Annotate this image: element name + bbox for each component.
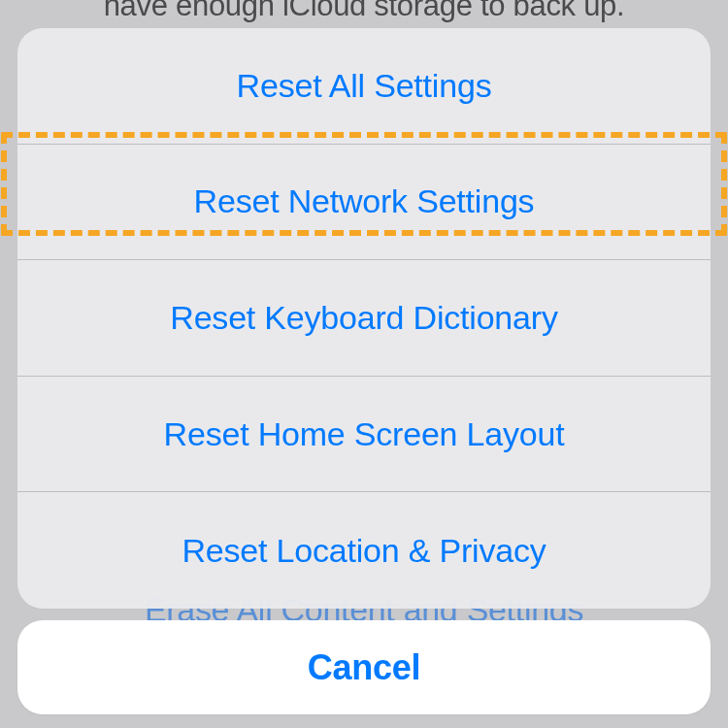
- reset-home-screen-layout-option[interactable]: Reset Home Screen Layout: [17, 377, 711, 493]
- option-label: Reset All Settings: [237, 67, 492, 105]
- option-label: Reset Home Screen Layout: [164, 415, 565, 453]
- background-info-text: have enough iCloud storage to back up.: [0, 0, 728, 23]
- option-label: Reset Network Settings: [194, 182, 535, 220]
- cancel-label: Cancel: [308, 647, 420, 688]
- reset-network-settings-option[interactable]: Reset Network Settings: [17, 145, 711, 261]
- option-label: Reset Keyboard Dictionary: [170, 299, 557, 337]
- reset-location-privacy-option[interactable]: Reset Location & Privacy: [17, 492, 711, 609]
- option-label: Reset Location & Privacy: [182, 532, 546, 570]
- reset-all-settings-option[interactable]: Reset All Settings: [17, 28, 711, 145]
- cancel-button[interactable]: Cancel: [17, 620, 711, 714]
- reset-keyboard-dictionary-option[interactable]: Reset Keyboard Dictionary: [17, 260, 711, 377]
- action-sheet: Reset All Settings Reset Network Setting…: [17, 28, 711, 609]
